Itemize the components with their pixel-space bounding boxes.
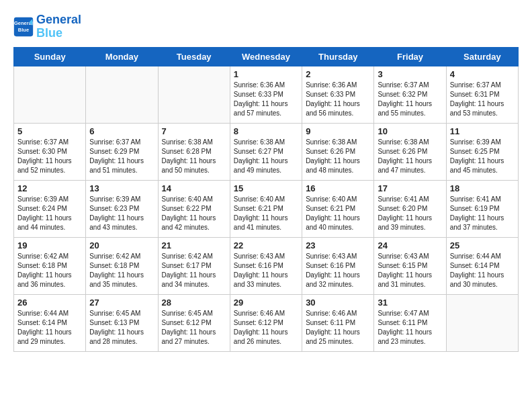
calendar-cell [158, 66, 230, 123]
day-info: Sunrise: 6:44 AMSunset: 6:14 PMDaylight:… [450, 252, 515, 289]
day-number: 1 [234, 69, 298, 79]
day-number: 8 [234, 126, 298, 136]
day-info: Sunrise: 6:39 AMSunset: 6:23 PMDaylight:… [89, 195, 154, 232]
day-number: 28 [162, 298, 226, 308]
logo-text2: Blue [36, 27, 81, 40]
calendar-cell: 23Sunrise: 6:43 AMSunset: 6:16 PMDayligh… [302, 237, 374, 294]
day-number: 20 [89, 240, 154, 250]
calendar-body: 1Sunrise: 6:36 AMSunset: 6:33 PMDaylight… [14, 66, 519, 351]
weekday-header-saturday: Saturday [446, 47, 518, 66]
logo: General Blue General Blue [13, 13, 81, 40]
calendar-header: SundayMondayTuesdayWednesdayThursdayFrid… [14, 47, 519, 66]
day-number: 7 [162, 126, 226, 136]
calendar-cell: 13Sunrise: 6:39 AMSunset: 6:23 PMDayligh… [86, 180, 158, 237]
week-row-1: 1Sunrise: 6:36 AMSunset: 6:33 PMDaylight… [14, 66, 519, 123]
calendar-cell: 17Sunrise: 6:41 AMSunset: 6:20 PMDayligh… [374, 180, 446, 237]
day-number: 17 [378, 183, 442, 193]
day-info: Sunrise: 6:38 AMSunset: 6:27 PMDaylight:… [234, 138, 298, 175]
day-info: Sunrise: 6:38 AMSunset: 6:26 PMDaylight:… [306, 138, 370, 175]
day-info: Sunrise: 6:37 AMSunset: 6:29 PMDaylight:… [89, 138, 154, 175]
calendar-cell [86, 66, 158, 123]
weekday-header-monday: Monday [86, 47, 158, 66]
calendar-cell [446, 294, 518, 351]
week-row-3: 12Sunrise: 6:39 AMSunset: 6:24 PMDayligh… [14, 180, 519, 237]
week-row-2: 5Sunrise: 6:37 AMSunset: 6:30 PMDaylight… [14, 123, 519, 180]
calendar-cell [14, 66, 86, 123]
calendar-cell: 30Sunrise: 6:46 AMSunset: 6:11 PMDayligh… [302, 294, 374, 351]
calendar-cell: 18Sunrise: 6:41 AMSunset: 6:19 PMDayligh… [446, 180, 518, 237]
calendar-cell: 22Sunrise: 6:43 AMSunset: 6:16 PMDayligh… [230, 237, 302, 294]
calendar-cell: 16Sunrise: 6:40 AMSunset: 6:21 PMDayligh… [302, 180, 374, 237]
day-number: 13 [89, 183, 154, 193]
calendar-cell: 19Sunrise: 6:42 AMSunset: 6:18 PMDayligh… [14, 237, 86, 294]
day-number: 12 [17, 183, 82, 193]
week-row-4: 19Sunrise: 6:42 AMSunset: 6:18 PMDayligh… [14, 237, 519, 294]
day-number: 11 [450, 126, 515, 136]
day-info: Sunrise: 6:47 AMSunset: 6:11 PMDaylight:… [378, 309, 442, 347]
calendar-cell: 7Sunrise: 6:38 AMSunset: 6:28 PMDaylight… [158, 123, 230, 180]
day-number: 16 [306, 183, 370, 193]
day-number: 3 [378, 69, 442, 79]
calendar-cell: 2Sunrise: 6:36 AMSunset: 6:33 PMDaylight… [302, 66, 374, 123]
week-row-5: 26Sunrise: 6:44 AMSunset: 6:14 PMDayligh… [14, 294, 519, 351]
day-number: 31 [378, 298, 442, 308]
day-number: 10 [378, 126, 442, 136]
page-header: General Blue General Blue [13, 13, 519, 40]
day-info: Sunrise: 6:45 AMSunset: 6:12 PMDaylight:… [162, 309, 226, 347]
day-info: Sunrise: 6:46 AMSunset: 6:12 PMDaylight:… [234, 309, 298, 347]
calendar-cell: 28Sunrise: 6:45 AMSunset: 6:12 PMDayligh… [158, 294, 230, 351]
day-number: 15 [234, 183, 298, 193]
calendar-cell: 1Sunrise: 6:36 AMSunset: 6:33 PMDaylight… [230, 66, 302, 123]
day-info: Sunrise: 6:40 AMSunset: 6:21 PMDaylight:… [234, 195, 298, 232]
calendar-cell: 6Sunrise: 6:37 AMSunset: 6:29 PMDaylight… [86, 123, 158, 180]
day-number: 26 [17, 298, 82, 308]
day-info: Sunrise: 6:37 AMSunset: 6:31 PMDaylight:… [450, 81, 515, 118]
day-info: Sunrise: 6:45 AMSunset: 6:13 PMDaylight:… [89, 309, 154, 347]
calendar-cell: 3Sunrise: 6:37 AMSunset: 6:32 PMDaylight… [374, 66, 446, 123]
day-info: Sunrise: 6:42 AMSunset: 6:17 PMDaylight:… [162, 252, 226, 289]
day-info: Sunrise: 6:40 AMSunset: 6:21 PMDaylight:… [306, 195, 370, 232]
day-number: 25 [450, 240, 515, 250]
day-number: 21 [162, 240, 226, 250]
day-info: Sunrise: 6:37 AMSunset: 6:32 PMDaylight:… [378, 81, 442, 118]
calendar-cell: 5Sunrise: 6:37 AMSunset: 6:30 PMDaylight… [14, 123, 86, 180]
day-number: 22 [234, 240, 298, 250]
day-number: 4 [450, 69, 515, 79]
day-info: Sunrise: 6:38 AMSunset: 6:28 PMDaylight:… [162, 138, 226, 175]
weekday-header-tuesday: Tuesday [158, 47, 230, 66]
calendar-cell: 25Sunrise: 6:44 AMSunset: 6:14 PMDayligh… [446, 237, 518, 294]
calendar-cell: 24Sunrise: 6:43 AMSunset: 6:15 PMDayligh… [374, 237, 446, 294]
day-number: 9 [306, 126, 370, 136]
weekday-header-wednesday: Wednesday [230, 47, 302, 66]
calendar-cell: 11Sunrise: 6:39 AMSunset: 6:25 PMDayligh… [446, 123, 518, 180]
calendar-cell: 10Sunrise: 6:38 AMSunset: 6:26 PMDayligh… [374, 123, 446, 180]
calendar-cell: 9Sunrise: 6:38 AMSunset: 6:26 PMDaylight… [302, 123, 374, 180]
calendar-cell: 12Sunrise: 6:39 AMSunset: 6:24 PMDayligh… [14, 180, 86, 237]
weekday-header-thursday: Thursday [302, 47, 374, 66]
weekday-header-friday: Friday [374, 47, 446, 66]
day-info: Sunrise: 6:39 AMSunset: 6:25 PMDaylight:… [450, 138, 515, 175]
day-number: 24 [378, 240, 442, 250]
calendar-cell: 8Sunrise: 6:38 AMSunset: 6:27 PMDaylight… [230, 123, 302, 180]
calendar-cell: 14Sunrise: 6:40 AMSunset: 6:22 PMDayligh… [158, 180, 230, 237]
day-number: 29 [234, 298, 298, 308]
day-info: Sunrise: 6:44 AMSunset: 6:14 PMDaylight:… [17, 309, 82, 347]
day-info: Sunrise: 6:43 AMSunset: 6:16 PMDaylight:… [234, 252, 298, 289]
weekday-header-sunday: Sunday [14, 47, 86, 66]
day-info: Sunrise: 6:43 AMSunset: 6:16 PMDaylight:… [306, 252, 370, 289]
calendar-cell: 21Sunrise: 6:42 AMSunset: 6:17 PMDayligh… [158, 237, 230, 294]
day-number: 27 [89, 298, 154, 308]
calendar-table: SundayMondayTuesdayWednesdayThursdayFrid… [13, 47, 519, 352]
calendar-cell: 4Sunrise: 6:37 AMSunset: 6:31 PMDaylight… [446, 66, 518, 123]
calendar-cell: 27Sunrise: 6:45 AMSunset: 6:13 PMDayligh… [86, 294, 158, 351]
day-number: 18 [450, 183, 515, 193]
day-number: 23 [306, 240, 370, 250]
day-info: Sunrise: 6:41 AMSunset: 6:19 PMDaylight:… [450, 195, 515, 232]
day-info: Sunrise: 6:39 AMSunset: 6:24 PMDaylight:… [17, 195, 82, 232]
day-number: 5 [17, 126, 82, 136]
svg-text:Blue: Blue [18, 26, 29, 32]
day-info: Sunrise: 6:38 AMSunset: 6:26 PMDaylight:… [378, 138, 442, 175]
day-number: 2 [306, 69, 370, 79]
day-info: Sunrise: 6:42 AMSunset: 6:18 PMDaylight:… [89, 252, 154, 289]
day-number: 19 [17, 240, 82, 250]
